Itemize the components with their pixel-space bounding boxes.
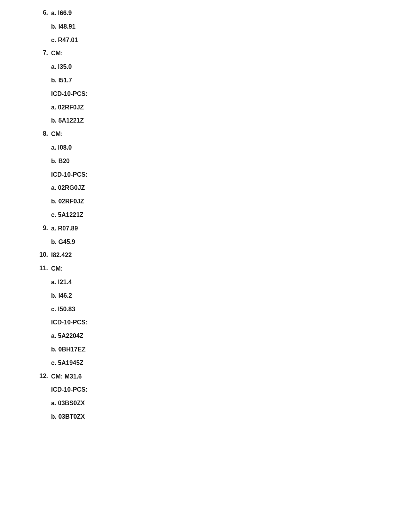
code-line: c. 5A1945Z [51,359,411,367]
code-line: c. I50.83 [51,305,411,314]
code-line: ICD-10-PCS: [51,386,411,394]
code-line: a. I35.0 [51,63,411,71]
code-line: a. R07.89 [51,225,411,233]
list-item: a. I66.9b. I48.91c. R47.01 [39,9,411,44]
code-line: b. G45.9 [51,238,411,246]
code-line: b. 0BH17EZ [51,346,411,354]
code-line: b. 02RF0JZ [51,198,411,206]
list-item: CM:a. I35.0b. I51.7ICD-10-PCS:a. 02RF0JZ… [39,49,411,125]
list-item: CM:a. I21.4b. I46.2c. I50.83ICD-10-PCS:a… [39,265,411,367]
code-line: b. 03BT0ZX [51,413,411,421]
code-line: I82.422 [51,251,411,259]
list-item: a. R07.89b. G45.9 [39,225,411,246]
list-item: CM: M31.6ICD-10-PCS:a. 03BS0ZXb. 03BT0ZX [39,373,411,421]
code-line: a. I08.0 [51,144,411,152]
code-line: a. I66.9 [51,9,411,17]
code-line: c. R47.01 [51,36,411,44]
numbered-list: a. I66.9b. I48.91c. R47.01CM:a. I35.0b. … [39,9,411,421]
code-line: a. 02RG0JZ [51,184,411,192]
code-line: a. 5A2204Z [51,332,411,340]
code-line: CM: [51,49,411,58]
code-line: b. 5A1221Z [51,117,411,125]
code-line: b. I48.91 [51,23,411,31]
code-line: ICD-10-PCS: [51,319,411,327]
code-line: ICD-10-PCS: [51,90,411,98]
code-line: CM: M31.6 [51,373,411,381]
list-item: I82.422 [39,251,411,259]
code-line: a. 03BS0ZX [51,399,411,408]
code-line: a. I21.4 [51,278,411,286]
code-line: c. 5A1221Z [51,211,411,219]
code-line: b. B20 [51,157,411,165]
code-line: a. 02RF0JZ [51,104,411,112]
code-line: CM: [51,265,411,273]
code-line: b. I51.7 [51,77,411,85]
code-line: CM: [51,130,411,138]
code-line: ICD-10-PCS: [51,171,411,179]
list-item: CM:a. I08.0b. B20ICD-10-PCS:a. 02RG0JZb.… [39,130,411,219]
code-line: b. I46.2 [51,292,411,300]
